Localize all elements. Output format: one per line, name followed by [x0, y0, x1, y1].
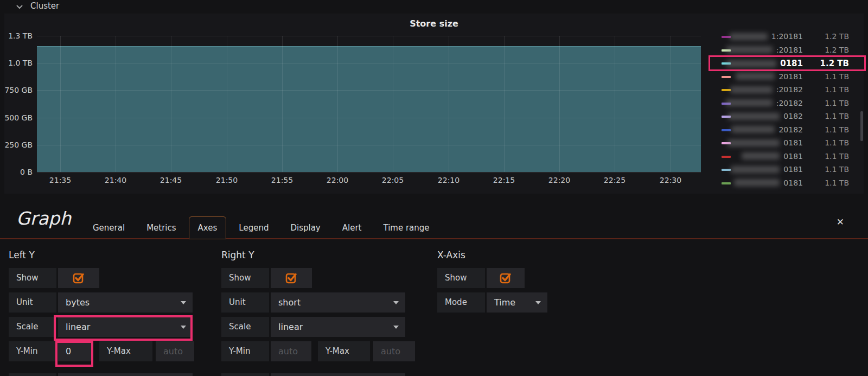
legend: 1:20181 1.2 TB :20181 1.2 TB 0181 1.2 TB… [709, 30, 864, 190]
legend-row[interactable]: 0181 1.1 TB [709, 137, 864, 150]
legend-row[interactable]: :20182 1.1 TB [709, 84, 864, 97]
y-tick: 250 GB [4, 140, 33, 150]
x-tick: 21:55 [260, 176, 304, 184]
right-y-unit-select[interactable]: short [271, 292, 405, 313]
panel-editor-header: Graph General Metrics Axes Legend Displa… [0, 194, 868, 239]
legend-row[interactable]: :20182 1.1 TB [709, 97, 864, 111]
series-value: 1.1 TB [814, 152, 849, 161]
series-name: :20182 [730, 85, 803, 94]
left-y-scale-value: linear [66, 322, 90, 332]
series-value: 1.1 TB [814, 138, 849, 147]
show-label: Show [9, 268, 56, 288]
tab-alert[interactable]: Alert [333, 216, 371, 239]
series-value: 1.2 TB [814, 59, 849, 68]
show-label: Show [221, 268, 269, 288]
y-tick: 1.0 TB [4, 58, 33, 68]
right-y-show-checkbox[interactable] [271, 268, 312, 288]
section-title: Right Y [221, 250, 415, 262]
right-y-unit-value: short [278, 297, 301, 308]
series-value: 1.1 TB [814, 179, 849, 187]
legend-row[interactable]: 20181 1.1 TB [709, 71, 864, 84]
x-tick: 22:30 [649, 176, 692, 184]
legend-row[interactable]: 20182 1.1 TB [709, 124, 864, 137]
tab-display[interactable]: Display [281, 216, 329, 239]
series-name: 0181 [726, 59, 803, 68]
y-tick: 1.3 TB [4, 31, 33, 41]
section-x-axis: X-Axis Show Mode Time [437, 250, 547, 317]
x-tick: 22:25 [593, 176, 636, 184]
panel-title: Store size [4, 18, 864, 29]
left-y-unit-value: bytes [66, 297, 90, 308]
x-axis-mode-select[interactable]: Time [487, 292, 547, 313]
series-name: 0182 [728, 112, 803, 120]
left-y-unit-select[interactable]: bytes [58, 292, 193, 313]
series-color-dash [722, 76, 731, 78]
unit-label: Unit [221, 292, 269, 313]
tab-legend[interactable]: Legend [229, 216, 278, 239]
tab-general[interactable]: General [84, 216, 134, 239]
x-tick: 22:15 [482, 176, 526, 184]
partial-row [58, 373, 193, 376]
ymax-label: Y-Max [99, 341, 152, 361]
unit-label: Unit [9, 292, 56, 313]
x-tick: 21:50 [205, 176, 248, 184]
graph-panel: Store size 1.3 TB 1.0 TB 750 GB 500 GB 2… [4, 14, 864, 194]
series-name: 1:20181 [730, 32, 803, 41]
editor-tabs: General Metrics Axes Legend Display Aler… [84, 216, 442, 239]
legend-row[interactable]: 1:20181 1.2 TB [709, 30, 864, 44]
series-value: 1.2 TB [814, 32, 849, 41]
caret-down-icon [393, 326, 399, 329]
plot-area[interactable] [37, 36, 701, 172]
series-color-dash [722, 129, 731, 131]
section-title: X-Axis [437, 250, 547, 262]
x-axis-mode-value: Time [494, 297, 515, 308]
series-color-dash [722, 169, 731, 171]
left-y-ymax-input[interactable] [156, 341, 194, 361]
show-label: Show [437, 268, 485, 288]
caret-down-icon [181, 301, 186, 304]
ymin-label: Y-Min [221, 341, 269, 361]
legend-row[interactable]: 0181 1.1 TB [709, 150, 864, 164]
series-color-dash [722, 182, 731, 184]
legend-row[interactable]: 0182 1.1 TB [709, 110, 864, 124]
tab-metrics[interactable]: Metrics [137, 216, 185, 239]
left-y-ymin-input[interactable] [58, 341, 93, 361]
right-y-ymax-input[interactable] [373, 341, 415, 361]
scale-label: Scale [221, 317, 269, 337]
y-tick: 500 GB [4, 113, 33, 123]
series-color-dash [722, 89, 731, 91]
scale-label: Scale [9, 317, 56, 337]
series-name: 0181 [734, 179, 803, 187]
legend-row[interactable]: 0181 1.1 TB [709, 163, 864, 177]
x-tick: 22:00 [316, 176, 359, 184]
series-name: 20181 [736, 72, 803, 81]
x-tick: 22:05 [371, 176, 414, 184]
cluster-row-label: Cluster [30, 1, 59, 11]
series-value: 1.2 TB [814, 46, 849, 54]
cluster-row-header[interactable]: Cluster [0, 0, 868, 12]
right-y-scale-select[interactable]: linear [271, 317, 405, 337]
series-value: 1.1 TB [814, 112, 849, 120]
section-title: Left Y [9, 250, 194, 262]
series-name: 0181 [731, 165, 803, 174]
section-left-y: Left Y Show Unit bytes Scale linear [9, 250, 194, 366]
x-tick: 21:40 [94, 176, 137, 184]
legend-scrollbar[interactable] [860, 111, 863, 141]
legend-row[interactable]: :20181 1.2 TB [709, 44, 864, 58]
checkbox-checked-icon [499, 272, 512, 285]
right-y-ymin-input[interactable] [271, 341, 311, 361]
tab-axes[interactable]: Axes [189, 216, 227, 239]
left-y-show-checkbox[interactable] [58, 268, 99, 288]
legend-row-highlighted[interactable]: 0181 1.2 TB [709, 57, 864, 71]
close-icon[interactable]: ✕ [837, 216, 844, 227]
series-color-dash [722, 156, 731, 158]
x-axis-show-checkbox[interactable] [487, 268, 525, 288]
tab-bar-underline [0, 238, 868, 239]
tab-time-range[interactable]: Time range [374, 216, 438, 239]
series-name: 20182 [731, 125, 803, 134]
x-tick: 21:35 [39, 176, 82, 184]
series-value: 1.1 TB [814, 72, 849, 81]
left-y-scale-select[interactable]: linear [58, 317, 193, 337]
legend-row[interactable]: 0181 1.1 TB [709, 177, 864, 190]
series-name: 0181 [742, 152, 803, 161]
